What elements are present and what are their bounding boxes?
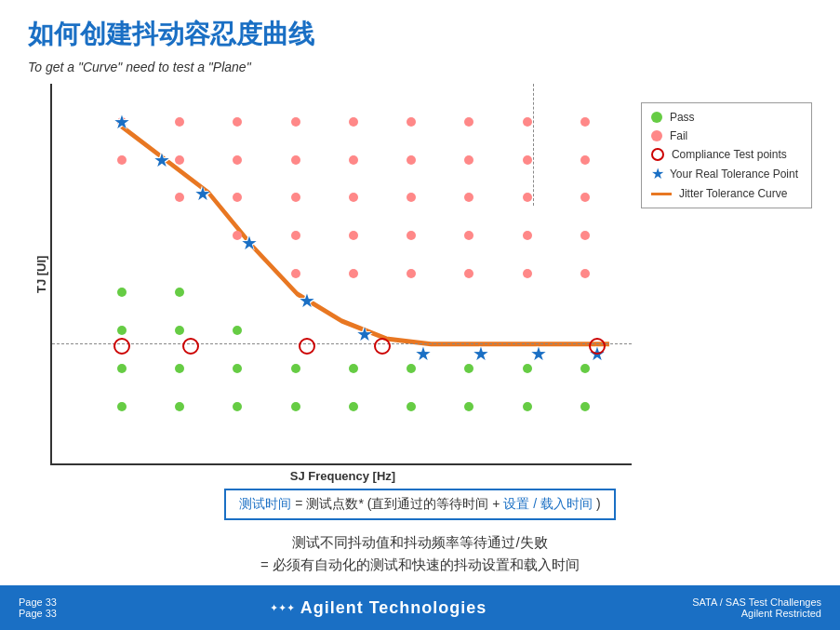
dot-fail <box>291 193 300 202</box>
dot-pass <box>291 364 300 373</box>
legend-compliance-label: Compliance Test points <box>672 148 787 161</box>
dashed-vertical-line <box>533 84 534 206</box>
star-marker: ★ <box>415 342 432 365</box>
formula-highlight1: 测试时间 <box>239 496 291 511</box>
dot-fail <box>233 193 242 202</box>
dot-fail <box>464 269 473 278</box>
dot-fail <box>349 231 358 240</box>
dot-fail <box>464 117 473 127</box>
compliance-circle <box>182 338 199 355</box>
compliance-circle <box>299 338 315 355</box>
slide-title: 如何创建抖动容忍度曲线 <box>28 17 812 52</box>
legend-pass-dot <box>651 112 662 123</box>
compliance-circle <box>113 338 130 355</box>
dot-fail <box>580 231 590 240</box>
star-marker: ★ <box>241 232 258 254</box>
dot-fail <box>523 231 532 240</box>
dot-pass <box>407 402 416 411</box>
agilent-star-icon: ✦✦✦ <box>270 602 295 614</box>
dot-fail <box>580 269 590 278</box>
dot-fail <box>175 155 184 165</box>
footer-center: ✦✦✦ Agilent Technologies <box>102 598 654 618</box>
dot-fail <box>580 193 590 202</box>
dot-pass <box>175 402 184 411</box>
formula-equals: = 测试点数* (直到通过的等待时间 + <box>295 496 503 511</box>
bottom-text-line1: 测试不同抖动值和抖动频率等待通过/失败 <box>28 531 812 554</box>
dot-pass <box>580 402 590 411</box>
dot-pass <box>233 326 242 335</box>
legend-pass-label: Pass <box>670 111 695 124</box>
dot-fail <box>349 117 358 127</box>
dot-pass <box>580 364 590 373</box>
star-marker: ★ <box>356 323 373 345</box>
chart-plot: ★ ★ ★ ★ ★ ★ ★ ★ ★ ★ <box>50 84 632 465</box>
dot-pass <box>175 364 184 373</box>
dot-pass <box>175 326 184 335</box>
footer-doc-sub: Agilent Restricted <box>741 608 821 619</box>
dot-pass <box>117 364 127 373</box>
legend-item-fail: Fail <box>651 129 798 142</box>
dot-fail <box>464 193 473 202</box>
dot-pass <box>523 364 532 373</box>
dot-fail <box>349 155 358 165</box>
slide: 如何创建抖动容忍度曲线 To get a "Curve" need to tes… <box>0 0 840 630</box>
y-axis-label: TJ [UI] <box>28 84 50 465</box>
footer-company: Agilent Technologies <box>300 598 487 618</box>
x-axis-label: SJ Frequency [Hz] <box>54 469 632 483</box>
dot-pass <box>291 402 300 411</box>
dot-fail <box>407 155 416 165</box>
dot-pass <box>233 364 242 373</box>
legend-fail-dot <box>651 130 662 141</box>
legend-fail-label: Fail <box>670 129 687 142</box>
legend-item-pass: Pass <box>651 111 798 124</box>
dot-fail <box>407 269 416 278</box>
star-marker: ★ <box>153 149 170 171</box>
dot-fail <box>464 155 473 165</box>
dot-fail <box>464 231 473 240</box>
chart-with-yaxis: TJ [UI] <box>28 84 632 465</box>
dot-fail <box>291 155 300 165</box>
dot-fail <box>291 231 300 240</box>
dot-fail <box>407 231 416 240</box>
dot-fail <box>523 269 532 278</box>
footer-logo: ✦✦✦ Agilent Technologies <box>270 598 487 618</box>
bottom-text-line2: = 必须有自动化的测试和快速的抖动设置和载入时间 <box>28 554 812 576</box>
dot-pass <box>349 402 358 411</box>
formula-highlight2: 设置 / 载入时间 <box>503 496 593 511</box>
dot-pass <box>175 288 184 297</box>
chart-container: TJ [UI] <box>28 84 632 483</box>
dot-fail <box>407 117 416 127</box>
footer-page2: Page 33 <box>19 608 102 619</box>
dot-fail <box>175 193 184 202</box>
dot-fail <box>349 193 358 202</box>
dot-fail <box>117 155 127 165</box>
legend-item-curve: Jitter Tolerance Curve <box>651 187 798 200</box>
dot-fail <box>580 117 590 127</box>
tolerance-curve-svg <box>52 84 632 463</box>
legend-compliance-circle <box>651 148 664 161</box>
dot-fail <box>523 193 532 202</box>
dot-fail <box>523 117 532 127</box>
legend-item-compliance: Compliance Test points <box>651 148 798 161</box>
dot-fail <box>233 117 242 127</box>
star-marker: ★ <box>113 111 130 133</box>
dot-fail <box>175 117 184 127</box>
legend-curve-label: Jitter Tolerance Curve <box>679 187 788 200</box>
compliance-circle <box>374 338 391 355</box>
star-marker: ★ <box>194 182 211 205</box>
legend-item-tolerance: ★ Your Real Tolerance Point <box>651 167 798 181</box>
footer-doc-title: SATA / SAS Test Challenges <box>692 596 821 608</box>
dot-fail <box>233 155 242 165</box>
dot-fail <box>291 117 300 127</box>
dot-pass <box>117 288 127 297</box>
legend-curve-line <box>651 193 672 195</box>
dot-fail <box>349 269 358 278</box>
dot-pass <box>117 402 127 411</box>
dot-pass <box>464 364 473 373</box>
dot-pass <box>523 402 532 411</box>
legend-box: Pass Fail Compliance Test points ★ Your … <box>641 102 812 208</box>
footer-right: SATA / SAS Test Challenges Agilent Restr… <box>654 596 821 619</box>
star-marker: ★ <box>473 342 489 365</box>
formula-box: 测试时间 = 测试点数* (直到通过的等待时间 + 设置 / 载入时间 ) <box>224 489 615 520</box>
footer-left: Page 33 Page 33 <box>19 596 102 619</box>
